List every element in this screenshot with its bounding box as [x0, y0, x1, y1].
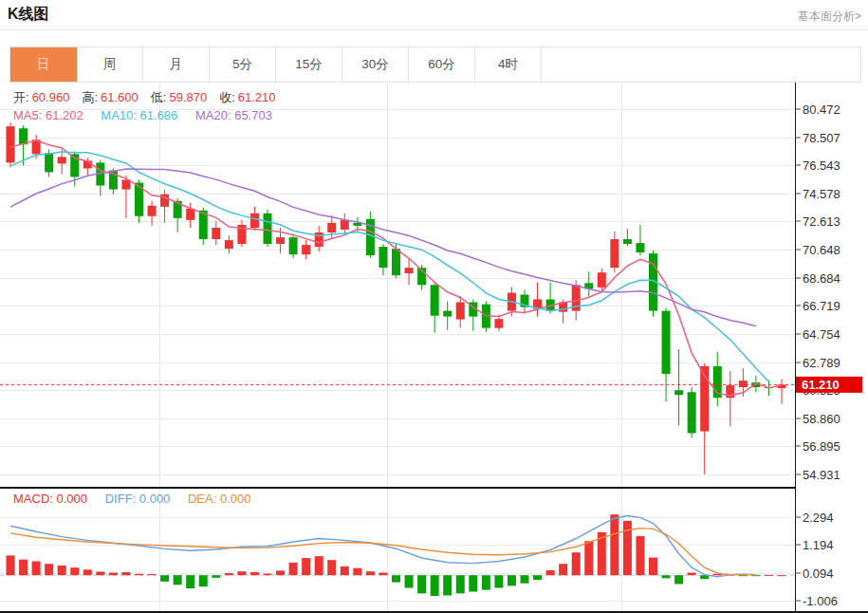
candle[interactable] [636, 225, 644, 255]
y-axis-tick-label: 66.719 [803, 299, 840, 313]
tab-60min[interactable]: 60分 [409, 47, 475, 82]
candle[interactable] [121, 176, 130, 218]
candle[interactable] [521, 289, 529, 313]
y-axis-tick-label: 62.789 [803, 356, 840, 370]
candle[interactable] [341, 214, 349, 233]
candle[interactable] [688, 387, 696, 438]
y-axis-tick-label: 80.472 [803, 102, 840, 117]
candle[interactable] [674, 349, 683, 426]
candle[interactable] [405, 258, 414, 285]
close-label: 收: [219, 90, 235, 104]
open-value: 60.960 [32, 90, 70, 104]
tab-week[interactable]: 周 [77, 47, 143, 82]
fundamental-analysis-link[interactable]: 基本面分析> [798, 9, 861, 25]
candle[interactable] [225, 235, 233, 253]
candle[interactable] [623, 229, 632, 246]
tab-month[interactable]: 月 [143, 47, 210, 82]
candle[interactable] [598, 269, 606, 290]
open-label: 开: [13, 90, 29, 104]
close-value: 61.210 [238, 90, 276, 104]
y-axis-tick-label: 70.648 [803, 243, 840, 257]
y-axis-tick-label: 76.543 [803, 158, 840, 173]
y-axis-tick-label: 0.094 [803, 567, 834, 581]
candle[interactable] [610, 232, 619, 272]
ma5-readout: MA5: 61.202 [13, 108, 83, 122]
tab-bar-filler [542, 47, 860, 82]
macd-legend: MACD: 0.000 DIFF: 0.000 DEA: 0.000 [13, 492, 266, 506]
candle[interactable] [289, 234, 298, 258]
candle[interactable] [7, 122, 15, 167]
y-axis-tick-label: 78.507 [803, 131, 840, 145]
candle[interactable] [546, 282, 555, 313]
diff-readout: DIFF: 0.000 [105, 492, 171, 506]
svg-text:61.210: 61.210 [802, 378, 840, 392]
candle[interactable] [456, 296, 465, 327]
candle[interactable] [649, 251, 657, 316]
y-axis-tick-label: 54.931 [803, 468, 840, 482]
tab-30min[interactable]: 30分 [342, 47, 409, 82]
y-axis-tick-label: 2.294 [803, 511, 834, 525]
candle[interactable] [148, 201, 157, 226]
ohlc-legend: 开:60.960高:61.600低:59.870收:61.210 [13, 89, 288, 106]
candle[interactable] [379, 244, 387, 275]
period-tab-bar: 日 周 月 5分 15分 30分 60分 4时 [9, 46, 861, 83]
tab-day[interactable]: 日 [10, 47, 77, 82]
gridlines [0, 84, 795, 611]
candle[interactable] [417, 265, 426, 289]
y-axis-tick-label: 72.613 [803, 214, 840, 229]
tab-15min[interactable]: 15分 [276, 47, 342, 82]
high-value: 61.600 [101, 90, 139, 104]
candle[interactable] [778, 379, 786, 403]
tab-4hour[interactable]: 4时 [475, 47, 542, 82]
y-axis-tick-label: 74.578 [803, 187, 840, 201]
last-price-badge: 61.210 [796, 377, 862, 393]
low-label: 低: [151, 90, 167, 104]
candle[interactable] [533, 282, 542, 316]
y-axis-tick-label: 58.860 [803, 412, 840, 426]
y-axis-tick-label: 1.194 [803, 538, 834, 552]
ma10-readout: MA10: 61.686 [101, 108, 177, 122]
ma-legend: MA5: 61.202 MA10: 61.686 MA20: 65.703 [13, 108, 286, 122]
candle[interactable] [212, 221, 220, 245]
candle[interactable] [302, 240, 310, 259]
high-label: 高: [82, 90, 98, 104]
candle[interactable] [237, 220, 246, 247]
candle[interactable] [96, 159, 104, 195]
macd-readout: MACD: 0.000 [13, 492, 87, 506]
low-value: 59.870 [169, 90, 207, 104]
header-divider [0, 29, 868, 30]
candle[interactable] [58, 149, 66, 174]
y-axis-tick-label: 64.754 [803, 327, 840, 342]
candle[interactable] [713, 352, 722, 406]
y-axis-tick-label: 56.895 [803, 439, 840, 454]
candle[interactable] [160, 190, 169, 223]
ma20-readout: MA20: 65.703 [195, 108, 272, 122]
candle[interactable] [662, 308, 671, 402]
candle[interactable] [431, 282, 439, 333]
page-title: K线图 [8, 5, 49, 25]
y-axis-tick-label: 68.684 [803, 271, 840, 286]
y-axis-tick-label: -1.006 [803, 594, 838, 608]
candle[interactable] [315, 226, 323, 251]
dea-readout: DEA: 0.000 [188, 492, 251, 506]
kline-widget: 80.47278.50776.54374.57872.61370.64868.6… [0, 0, 868, 613]
tab-5min[interactable]: 5分 [210, 47, 276, 82]
candle[interactable] [264, 210, 272, 247]
y-axis-labels: 80.47278.50776.54374.57872.61370.64868.6… [795, 102, 840, 608]
candlestick-series [7, 122, 786, 474]
candle[interactable] [584, 271, 593, 296]
macd-histogram [7, 514, 786, 596]
